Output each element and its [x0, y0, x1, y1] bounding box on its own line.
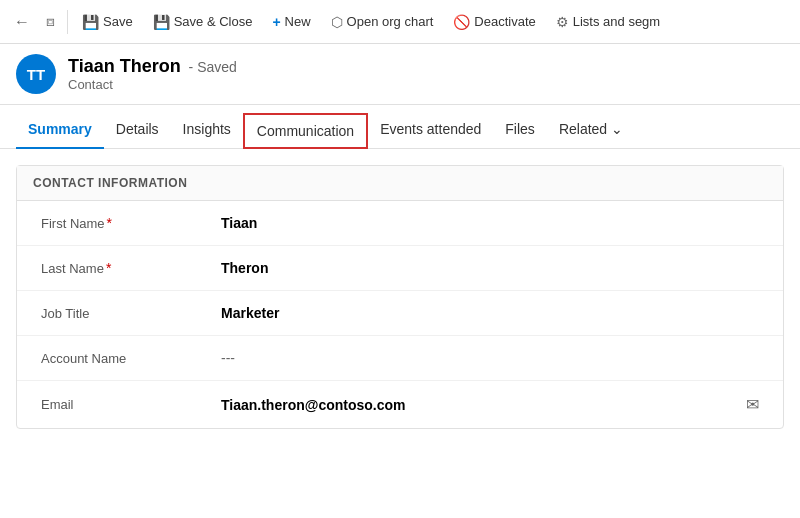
- email-value[interactable]: Tiaan.theron@contoso.com: [221, 397, 738, 413]
- main-content: CONTACT INFORMATION First Name * Tiaan L…: [0, 149, 800, 517]
- record-type: Contact: [68, 77, 237, 92]
- last-name-value[interactable]: Theron: [221, 260, 759, 276]
- back-button[interactable]: ←: [8, 9, 36, 35]
- job-title-value[interactable]: Marketer: [221, 305, 759, 321]
- account-name-row: Account Name ---: [17, 336, 783, 381]
- open-org-chart-label: Open org chart: [347, 14, 434, 29]
- tab-insights[interactable]: Insights: [171, 111, 243, 149]
- deactivate-icon: 🚫: [453, 14, 470, 30]
- new-button[interactable]: + New: [264, 10, 318, 34]
- save-close-label: Save & Close: [174, 14, 253, 29]
- tab-files[interactable]: Files: [493, 111, 547, 149]
- contact-information-card: CONTACT INFORMATION First Name * Tiaan L…: [16, 165, 784, 429]
- email-value-row: Tiaan.theron@contoso.com ✉: [221, 395, 759, 414]
- record-saved-label: - Saved: [189, 59, 237, 75]
- open-org-chart-button[interactable]: ⬡ Open org chart: [323, 10, 442, 34]
- deactivate-button[interactable]: 🚫 Deactivate: [445, 10, 543, 34]
- save-icon: 💾: [82, 14, 99, 30]
- first-name-row: First Name * Tiaan: [17, 201, 783, 246]
- contact-form: First Name * Tiaan Last Name * Theron Jo…: [17, 201, 783, 428]
- first-name-required: *: [107, 215, 112, 231]
- lists-label: Lists and segm: [573, 14, 660, 29]
- lists-button[interactable]: ⚙ Lists and segm: [548, 10, 668, 34]
- record-header: TT Tiaan Theron - Saved Contact: [0, 44, 800, 105]
- nav-tabs: Summary Details Insights Communication E…: [0, 105, 800, 149]
- tab-details[interactable]: Details: [104, 111, 171, 149]
- account-name-label: Account Name: [41, 351, 221, 366]
- save-close-button[interactable]: 💾 Save & Close: [145, 10, 261, 34]
- last-name-row: Last Name * Theron: [17, 246, 783, 291]
- related-label: Related: [559, 121, 607, 137]
- tab-summary[interactable]: Summary: [16, 111, 104, 149]
- last-name-required: *: [106, 260, 111, 276]
- toolbar: ← ⧈ 💾 Save 💾 Save & Close + New ⬡ Open o…: [0, 0, 800, 44]
- toolbar-divider-1: [67, 10, 68, 34]
- save-label: Save: [103, 14, 133, 29]
- tab-related[interactable]: Related ⌄: [547, 111, 635, 149]
- contact-section-header: CONTACT INFORMATION: [17, 166, 783, 201]
- last-name-label: Last Name *: [41, 260, 221, 276]
- tab-communication[interactable]: Communication: [243, 113, 368, 149]
- account-name-value[interactable]: ---: [221, 350, 759, 366]
- chevron-down-icon: ⌄: [611, 121, 623, 137]
- new-label: New: [285, 14, 311, 29]
- record-name-row: Tiaan Theron - Saved: [68, 56, 237, 77]
- email-compose-icon[interactable]: ✉: [746, 395, 759, 414]
- popout-button[interactable]: ⧈: [40, 9, 61, 34]
- first-name-value[interactable]: Tiaan: [221, 215, 759, 231]
- email-row: Email Tiaan.theron@contoso.com ✉: [17, 381, 783, 428]
- record-full-name: Tiaan Theron: [68, 56, 181, 76]
- record-info: Tiaan Theron - Saved Contact: [68, 56, 237, 92]
- job-title-row: Job Title Marketer: [17, 291, 783, 336]
- new-icon: +: [272, 14, 280, 30]
- save-close-icon: 💾: [153, 14, 170, 30]
- avatar: TT: [16, 54, 56, 94]
- email-label: Email: [41, 397, 221, 412]
- deactivate-label: Deactivate: [474, 14, 535, 29]
- tab-events-attended[interactable]: Events attended: [368, 111, 493, 149]
- lists-icon: ⚙: [556, 14, 569, 30]
- save-button[interactable]: 💾 Save: [74, 10, 141, 34]
- org-chart-icon: ⬡: [331, 14, 343, 30]
- job-title-label: Job Title: [41, 306, 221, 321]
- first-name-label: First Name *: [41, 215, 221, 231]
